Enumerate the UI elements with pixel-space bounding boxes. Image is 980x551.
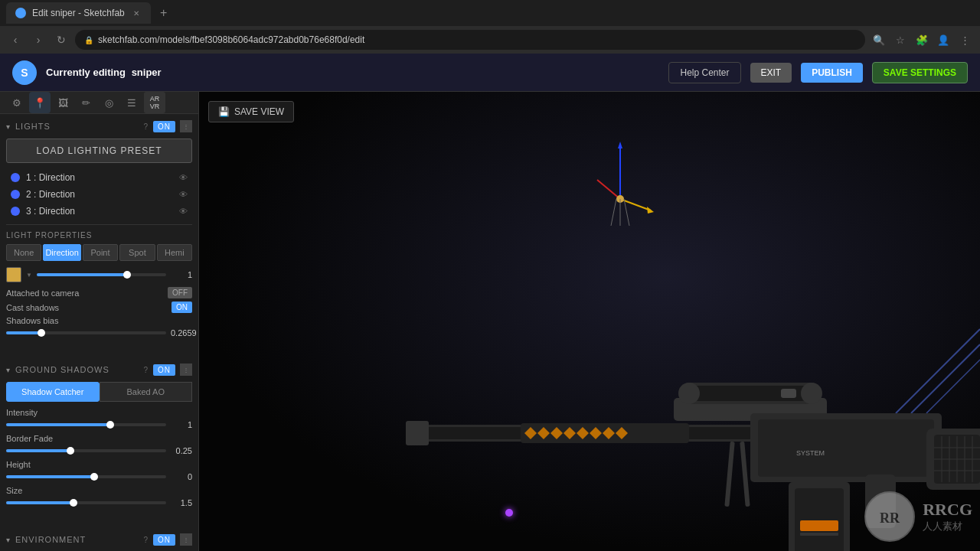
reload-btn[interactable]: ↻ [52,31,70,49]
light-label-2: 2 : Direction [26,189,173,200]
ground-shadows-help-icon[interactable]: ? [143,366,149,374]
svg-point-26 [801,383,822,404]
save-view-label: SAVE VIEW [234,106,284,117]
color-swatch[interactable] [6,267,21,282]
height-slider[interactable] [6,475,166,478]
light-properties-title: LIGHT PROPERTIES [6,231,192,240]
env-menu-btn[interactable]: ⋮ [180,533,192,546]
gs-intensity-thumb[interactable] [106,421,114,429]
light-visibility-2[interactable]: 👁 [179,190,188,199]
ground-shadows-toggle[interactable]: ON [153,364,175,376]
type-none-btn[interactable]: None [6,244,41,261]
viewport[interactable]: 💾 SAVE VIEW [199,92,980,551]
lights-toggle[interactable]: ON [153,121,175,132]
menu-icon[interactable]: ⋮ [956,31,974,49]
svg-line-53 [911,344,980,413]
back-btn[interactable]: ‹ [6,31,24,49]
lights-help-icon[interactable]: ? [143,122,149,131]
watermark-sub: 人人素材 [923,520,972,533]
shadows-bias-thumb[interactable] [38,329,45,337]
baked-ao-tab[interactable]: Baked AO [100,382,193,402]
light-item-2[interactable]: 2 : Direction 👁 [6,186,192,203]
light-item-3[interactable]: 3 : Direction 👁 [6,203,192,220]
edit-tool[interactable]: ✏ [75,92,96,113]
exit-btn[interactable]: EXIT [750,63,792,83]
type-direction-btn[interactable]: Direction [43,244,80,261]
type-spot-btn[interactable]: Spot [119,244,155,261]
save-view-btn[interactable]: 💾 SAVE VIEW [208,101,294,122]
svg-rect-31 [795,488,844,551]
border-fade-label: Border Fade [6,434,192,443]
watermark: RR RRCG 人人素材 [863,490,972,543]
ground-shadows-on-label[interactable]: ON [153,364,175,376]
light-dot-1 [11,173,20,182]
height-slider-row: 0 [6,472,192,481]
extension-icon[interactable]: 🧩 [913,31,931,49]
lights-on-label[interactable]: ON [153,121,175,132]
env-toggle[interactable]: ON [153,534,175,546]
environment-section: ▾ ENVIRONMENT ? ON ⋮ Industrial Room ▼ [0,527,198,551]
border-fade-thumb[interactable] [67,447,74,455]
env-on-label[interactable]: ON [153,534,175,546]
new-tab-btn[interactable]: + [154,3,174,23]
gs-intensity-slider[interactable] [6,423,166,426]
annotations-tool[interactable]: ◎ [98,92,119,113]
intensity-slider[interactable] [37,273,166,276]
environment-header: ▾ ENVIRONMENT ? ON ⋮ [6,533,192,546]
lights-section: ▾ LIGHTS ? ON ⋮ LOAD LIGHTING PRESET 1 :… [0,114,198,348]
save-settings-btn[interactable]: SAVE SETTINGS [872,62,968,83]
light-indicator-dot [505,509,513,517]
color-dropdown-icon[interactable]: ▼ [26,272,32,279]
env-collapse-btn[interactable]: ▾ [6,536,11,544]
shadows-bias-slider[interactable] [6,331,166,334]
ground-shadows-collapse-btn[interactable]: ▾ [6,366,11,374]
size-slider[interactable] [6,501,166,504]
active-tab[interactable]: Edit sniper - Sketchfab ✕ [6,2,151,24]
shadows-bias-value: 0.2659 [171,328,192,337]
shadows-bias-row: Shadows bias [6,316,192,325]
cast-shadows-toggle[interactable]: ON [172,302,192,313]
type-point-btn[interactable]: Point [83,244,118,261]
attached-camera-toggle[interactable]: OFF [168,287,192,298]
image-tool[interactable]: 🖼 [52,92,74,113]
lights-menu-btn[interactable]: ⋮ [180,120,192,132]
main-layout: ⚙ 📍 🖼 ✏ ◎ ☰ ARVR ▾ LIGHTS ? ON ⋮ LOAD LI… [0,92,980,551]
load-lighting-preset-btn[interactable]: LOAD LIGHTING PRESET [6,139,192,163]
border-fade-slider[interactable] [6,449,166,452]
height-thumb[interactable] [90,473,98,481]
type-hemi-btn[interactable]: Hemi [157,244,192,261]
intensity-thumb[interactable] [123,271,131,279]
cast-shadows-row: Cast shadows ON [6,302,192,313]
profile-icon[interactable]: 👤 [934,31,952,49]
env-help-icon[interactable]: ? [143,536,149,544]
svg-marker-1 [618,142,622,148]
light-visibility-3[interactable]: 👁 [179,207,188,216]
light-visibility-1[interactable]: 👁 [179,173,188,182]
gs-intensity-row: Intensity [6,408,192,417]
light-dot-2 [11,190,20,199]
settings-tool[interactable]: ⚙ [6,92,28,113]
help-center-btn[interactable]: Help Center [668,62,740,83]
lights-collapse-btn[interactable]: ▾ [6,122,11,131]
lights-tool[interactable]: 📍 [29,92,51,113]
address-bar[interactable]: 🔒 sketchfab.com/models/fbef3098b6064adc9… [75,30,865,50]
ar-vr-tool[interactable]: ARVR [144,92,165,113]
tab-close-btn[interactable]: ✕ [131,8,142,18]
svg-text:SYSTEM: SYSTEM [796,449,825,457]
ground-shadows-menu-btn[interactable]: ⋮ [180,364,192,376]
shadow-catcher-tab[interactable]: Shadow Catcher [6,382,100,402]
light-item-1[interactable]: 1 : Direction 👁 [6,169,192,186]
save-view-icon: 💾 [218,106,230,117]
layout-tool[interactable]: ☰ [121,92,142,113]
watermark-logo-svg: RR [863,490,916,543]
height-fill [6,475,94,478]
color-intensity-row: ▼ 1 [6,267,192,282]
star-icon[interactable]: ☆ [891,31,910,49]
tab-bar: Edit sniper - Sketchfab ✕ + [0,0,980,26]
shadow-tabs: Shadow Catcher Baked AO [6,382,192,402]
size-thumb[interactable] [70,499,77,507]
zoom-icon[interactable]: 🔍 [870,31,888,49]
ground-shadows-header: ▾ GROUND SHADOWS ? ON ⋮ [6,364,192,376]
publish-btn[interactable]: PUBLISH [801,63,863,83]
forward-btn[interactable]: › [29,31,47,49]
